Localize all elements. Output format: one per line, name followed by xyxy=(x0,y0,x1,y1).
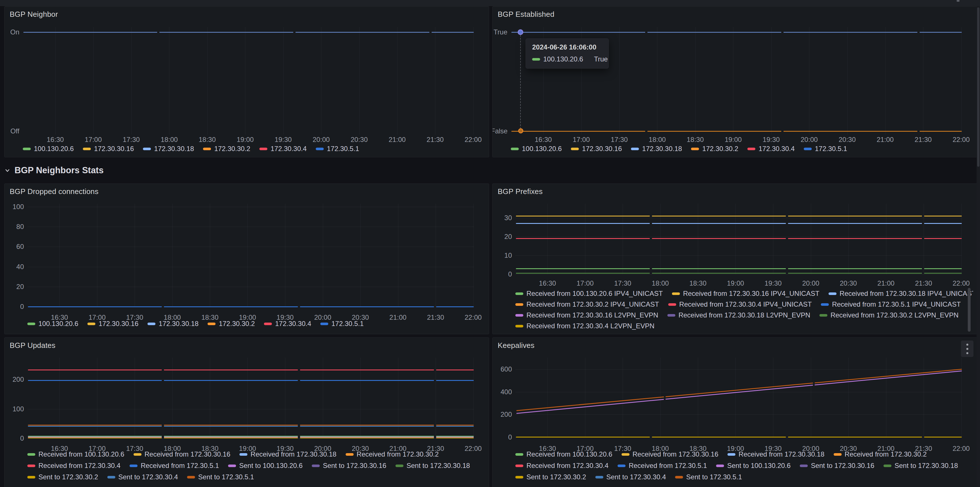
y-tick-label: 100 xyxy=(7,405,24,413)
legend-item[interactable]: Sent to 100.130.20.6 xyxy=(716,462,791,470)
legend-item[interactable]: Received from 172.30.30.16 IPV4_UNICAST xyxy=(672,290,819,298)
legend-item[interactable]: Received from 172.30.30.4 IPV4_UNICAST xyxy=(668,300,812,308)
page-scrollbar-thumb[interactable] xyxy=(977,7,980,167)
legend-item[interactable]: Sent to 172.30.30.2 xyxy=(27,473,98,481)
x-tick-label: 20:30 xyxy=(840,279,857,287)
legend-item[interactable]: Received from 172.30.30.16 L2VPN_EVPN xyxy=(515,311,658,319)
legend-item[interactable]: 172.30.30.2 xyxy=(208,320,255,328)
legend-swatch xyxy=(515,325,523,327)
legend-item[interactable]: Sent to 172.30.30.2 xyxy=(515,473,586,481)
legend-swatch xyxy=(515,303,523,306)
legend-item[interactable]: Received from 100.130.20.6 IPV4_UNICAST xyxy=(515,290,663,298)
legend-item[interactable]: 172.30.30.16 xyxy=(88,320,138,328)
panel-keepalives: Keepalives 600400200016:3017:0017:3018:0… xyxy=(492,337,977,487)
legend-label: Received from 172.30.30.16 IPV4_UNICAST xyxy=(683,290,819,298)
plot-area xyxy=(27,358,474,438)
legend-item[interactable]: 172.30.30.18 xyxy=(143,145,194,153)
y-tick-label: 80 xyxy=(7,223,24,231)
legend-item[interactable]: 172.30.5.1 xyxy=(316,145,359,153)
legend-item[interactable]: 172.30.30.4 xyxy=(748,145,795,153)
legend-item[interactable]: 172.30.30.4 xyxy=(259,145,307,153)
legend-item[interactable]: Received from 172.30.30.4 xyxy=(27,462,121,470)
legend-item[interactable]: Received from 172.30.30.18 IPV4_UNICAST xyxy=(829,290,973,298)
legend-item[interactable]: 172.30.30.4 xyxy=(264,320,311,328)
legend-item[interactable]: Sent to 172.30.30.18 xyxy=(396,462,470,470)
legend-item[interactable]: Received from 172.30.30.18 xyxy=(727,450,824,458)
legend-item[interactable]: 172.30.30.16 xyxy=(83,145,134,153)
legend-swatch xyxy=(88,323,95,325)
x-tick-label: 22:00 xyxy=(465,314,482,322)
legend-swatch xyxy=(83,148,91,150)
legend-item[interactable]: Sent to 172.30.30.16 xyxy=(800,462,874,470)
y-tick-label: 0 xyxy=(495,433,512,441)
page-scrollbar[interactable] xyxy=(977,6,980,487)
legend-item[interactable]: Sent to 172.30.30.4 xyxy=(107,473,178,481)
legend-item[interactable]: 172.30.30.2 xyxy=(691,145,738,153)
panel-title[interactable]: BGP Dropped connections xyxy=(10,187,99,196)
legend-item[interactable]: 172.30.30.2 xyxy=(203,145,250,153)
chevron-down-icon xyxy=(4,167,11,173)
legend-item[interactable]: 172.30.5.1 xyxy=(804,145,847,153)
legend-label: Sent to 172.30.30.2 xyxy=(527,473,586,481)
legend-item[interactable]: Received from 172.30.30.2 xyxy=(346,450,439,458)
legend-item[interactable]: Sent to 172.30.30.18 xyxy=(883,462,958,470)
legend-item[interactable]: Received from 172.30.30.2 L2VPN_EVPN xyxy=(819,311,959,319)
legend-item[interactable]: 172.30.30.18 xyxy=(631,145,682,153)
legend-item[interactable]: Sent to 172.30.5.1 xyxy=(675,473,742,481)
legend-item[interactable]: Received from 172.30.30.18 xyxy=(239,450,337,458)
legend-label: Sent to 172.30.30.18 xyxy=(894,462,958,470)
legend-item[interactable]: Received from 172.30.5.1 xyxy=(617,462,707,470)
legend-label: Sent to 172.30.30.2 xyxy=(38,473,98,481)
legend-item[interactable]: Sent to 172.30.30.4 xyxy=(595,473,666,481)
panel-title[interactable]: BGP Neighbor xyxy=(10,10,58,19)
x-tick-label: 19:30 xyxy=(763,136,780,144)
legend-item[interactable]: Received from 100.130.20.6 xyxy=(27,450,124,458)
legend-label: Received from 172.30.5.1 IPV4_UNICAST xyxy=(832,300,961,308)
series-line xyxy=(516,268,962,269)
panel-title[interactable]: BGP Prefixes xyxy=(498,187,542,196)
legend-swatch xyxy=(800,465,808,467)
legend-item[interactable]: Received from 172.30.30.2 xyxy=(834,450,927,458)
legend-item[interactable]: 100.130.20.6 xyxy=(23,145,74,153)
legend-item[interactable]: Received from 172.30.30.4 L2VPN_EVPN xyxy=(515,322,655,330)
panel-title[interactable]: BGP Updates xyxy=(10,341,56,350)
legend-label: Sent to 172.30.30.18 xyxy=(407,462,470,470)
kebab-menu-icon[interactable] xyxy=(961,341,974,357)
legend-swatch xyxy=(130,465,137,467)
row-section-bgp-neighbors-stats[interactable]: BGP Neighbors Stats xyxy=(4,157,488,184)
legend-label: 172.30.30.4 xyxy=(759,145,795,153)
x-tick-label: 17:30 xyxy=(123,136,140,144)
panel-title[interactable]: Keepalives xyxy=(498,341,535,350)
x-tick-label: 21:30 xyxy=(426,136,444,144)
x-tick-label: 20:00 xyxy=(802,279,819,287)
x-tick-label: 20:30 xyxy=(838,136,856,144)
legend-item[interactable]: Received from 100.130.20.6 xyxy=(515,450,612,458)
legend-item[interactable]: 100.130.20.6 xyxy=(27,320,78,328)
legend-item[interactable]: Received from 172.30.5.1 xyxy=(130,462,219,470)
series-line xyxy=(23,32,474,33)
legend-item[interactable]: Received from 172.30.30.2 IPV4_UNICAST xyxy=(515,300,659,308)
legend-item[interactable]: 172.30.30.16 xyxy=(571,145,622,153)
legend-item[interactable]: Received from 172.30.5.1 IPV4_UNICAST xyxy=(821,300,961,308)
y-tick-label: 0 xyxy=(7,435,24,443)
legend-item[interactable]: 100.130.20.6 xyxy=(511,145,562,153)
series-line xyxy=(516,238,962,239)
series-line xyxy=(516,223,962,224)
legend-item[interactable]: Received from 172.30.30.18 L2VPN_EVPN xyxy=(667,311,810,319)
x-tick-label: 18:30 xyxy=(689,279,706,287)
legend-scrollbar-thumb[interactable] xyxy=(968,288,970,332)
legend-item[interactable]: Received from 172.30.30.16 xyxy=(622,450,719,458)
legend-item[interactable]: 172.30.5.1 xyxy=(320,320,364,328)
legend-swatch xyxy=(107,476,115,479)
legend-item[interactable]: Sent to 100.130.20.6 xyxy=(228,462,303,470)
legend-item[interactable]: Received from 172.30.30.16 xyxy=(134,450,231,458)
legend-item[interactable]: Sent to 172.30.30.16 xyxy=(312,462,387,470)
legend-item[interactable]: Received from 172.30.30.4 xyxy=(515,462,608,470)
legend-item[interactable]: Sent to 172.30.5.1 xyxy=(187,473,254,481)
x-tick-label: 21:00 xyxy=(878,279,894,287)
legend-swatch xyxy=(148,323,156,325)
legend-item[interactable]: 172.30.30.18 xyxy=(148,320,199,328)
legend-swatch xyxy=(27,453,35,456)
gridline xyxy=(515,274,962,274)
panel-title[interactable]: BGP Established xyxy=(498,10,554,19)
